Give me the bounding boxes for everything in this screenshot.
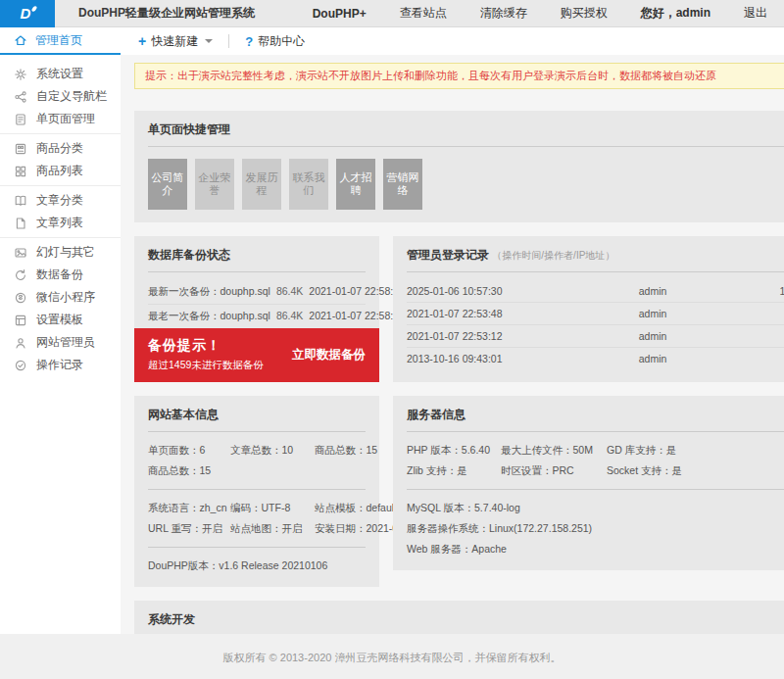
page-tile[interactable]: 企业荣誉 xyxy=(195,159,234,210)
web-server: Web 服务器：Apache xyxy=(407,539,784,559)
sidebar-item-label: 文章列表 xyxy=(36,215,83,231)
card-title: 数据库备份状态 xyxy=(148,247,366,264)
page-tile[interactable]: 公司简介 xyxy=(148,159,187,210)
sidebar-item-label: 微信小程序 xyxy=(36,289,95,306)
sidebar-item-custom-nav[interactable]: 自定义导航栏 xyxy=(0,85,121,108)
backup-now-button[interactable]: 立即数据备份 xyxy=(292,347,366,364)
douphp-logo[interactable]: D xyxy=(0,0,55,27)
copyright-footer: 版权所有 © 2013-2020 漳州豆壳网络科技有限公司，并保留所有权利。 xyxy=(0,634,784,679)
page-tile[interactable]: 营销网络 xyxy=(383,159,422,210)
site-stat: 商品总数：15 xyxy=(315,440,377,461)
sidebar-item-label: 幻灯与其它 xyxy=(36,244,95,261)
sidebar-item-label: 操作记录 xyxy=(36,357,83,373)
login-record-row: 2021-01-07 22:53:48 admin 127.0.0.1 xyxy=(407,302,784,324)
quick-create-button[interactable]: + 快速新建 xyxy=(138,33,213,50)
sidebar-item-product-list[interactable]: 商品列表 xyxy=(0,160,121,182)
login-user: admin xyxy=(607,330,700,342)
site-config: URL 重写：开启 xyxy=(148,518,224,539)
backup-row: 最老一次备份：douphp.sql 86.4K 2021-01-07 22:58… xyxy=(148,304,366,328)
toolbar-divider xyxy=(228,34,229,48)
nav-douphp-plus[interactable]: DouPHP+ xyxy=(296,0,383,26)
dev-info-card: 系统开发 DouPHP官网：http://www.douphp.com 使用手册… xyxy=(134,601,784,634)
nav-greeting: 您好，admin xyxy=(624,0,727,26)
sidebar-item-product-category[interactable]: 商品分类 xyxy=(0,137,121,160)
backup-label: 最新一次备份：douphp.sql xyxy=(148,285,270,299)
sidebar-item-label: 数据备份 xyxy=(36,267,83,283)
card-subtitle: （操作时间/操作者/IP地址） xyxy=(492,250,614,261)
toolbar: + 快速新建 ? 帮助中心 xyxy=(121,27,784,55)
sidebar-item-system-settings[interactable]: 系统设置 xyxy=(0,63,121,85)
help-center-label: 帮助中心 xyxy=(258,33,305,50)
site-config: 编码：UTF-8 xyxy=(230,498,309,518)
sidebar-item-logs[interactable]: 操作记录 xyxy=(0,354,121,376)
login-time: 2021-01-07 22:53:12 xyxy=(407,330,607,342)
sidebar-item-label: 单页面管理 xyxy=(36,111,95,127)
page-icon xyxy=(14,113,27,126)
miniprogram-icon xyxy=(14,291,27,305)
server-stat: Zlib 支持：是 xyxy=(407,461,495,481)
leaf-icon xyxy=(31,5,37,12)
server-os: 服务器操作系统：Linux(172.27.158.251) xyxy=(407,518,784,539)
app-title: DouPHP轻量级企业网站管理系统 xyxy=(78,5,255,22)
image-icon xyxy=(14,246,27,260)
nav-buy-license[interactable]: 购买授权 xyxy=(544,0,624,26)
card-title: 管理员登录记录 xyxy=(407,248,489,262)
login-ip: 127.0.0.1 xyxy=(700,353,784,364)
site-config: 系统语言：zh_cn xyxy=(148,498,224,518)
server-info-card: 服务器信息 PHP 版本：5.6.40 最大上传文件：50M GD 库支持：是 … xyxy=(393,396,784,570)
sidebar-item-miniprogram[interactable]: 微信小程序 xyxy=(0,286,121,309)
login-ip: 127.0.0.1 xyxy=(700,330,784,342)
login-ip: 139.202.143.8 xyxy=(700,285,784,297)
sidebar-item-page-manage[interactable]: 单页面管理 xyxy=(0,108,121,130)
backup-alert-desc: 超过1459未进行数据备份 xyxy=(148,359,292,372)
douphp-version: DouPHP版本：v1.6 Release 20210106 xyxy=(148,556,366,576)
sidebar-item-article-list[interactable]: 文章列表 xyxy=(0,212,121,234)
nav-clear-cache[interactable]: 清除缓存 xyxy=(464,0,544,26)
backup-alert-title: 备份提示！ xyxy=(148,337,292,355)
login-records-card: 管理员登录记录 （操作时间/操作者/IP地址） 2025-01-06 10:57… xyxy=(393,236,784,382)
site-stat: 单页面数：6 xyxy=(148,440,224,461)
sidebar: 管理首页 系统设置 自定义导航栏 单页面管理 商品分类 商品列表 xyxy=(0,27,121,634)
category-icon xyxy=(14,142,27,156)
sidebar-item-data-backup[interactable]: 数据备份 xyxy=(0,264,121,286)
refresh-icon xyxy=(14,268,27,282)
login-time: 2025-01-06 10:57:30 xyxy=(407,285,607,297)
server-stat: PHP 版本：5.6.40 xyxy=(407,440,495,461)
login-ip: 127.0.0.1 xyxy=(700,308,784,319)
nav-logout[interactable]: 退出 xyxy=(727,0,784,26)
demo-notice-banner: 提示：出于演示站完整性考虑，演示站不开放图片上传和删除功能，且每次有用户登录演示… xyxy=(134,63,784,89)
mysql-version: MySQL 版本：5.7.40-log xyxy=(407,498,784,518)
help-center-button[interactable]: ? 帮助中心 xyxy=(245,33,305,50)
login-time: 2013-10-16 09:43:01 xyxy=(407,353,607,364)
sidebar-item-label: 自定义导航栏 xyxy=(36,88,107,105)
sidebar-item-article-category[interactable]: 文章分类 xyxy=(0,189,121,212)
sidebar-item-template[interactable]: 设置模板 xyxy=(0,309,121,331)
book-icon xyxy=(14,194,27,208)
grid-icon xyxy=(14,165,27,178)
backup-label: 最老一次备份：douphp.sql xyxy=(148,310,270,323)
sidebar-item-label: 文章分类 xyxy=(36,192,83,209)
sidebar-divider xyxy=(0,185,121,186)
template-icon xyxy=(14,314,27,327)
server-stat: Socket 支持：是 xyxy=(607,461,784,481)
site-config: 站点地图：开启 xyxy=(230,518,309,539)
sidebar-item-label: 设置模板 xyxy=(36,312,83,328)
sidebar-item-slides[interactable]: 幻灯与其它 xyxy=(0,241,121,264)
login-record-row: 2013-10-16 09:43:01 admin 127.0.0.1 xyxy=(407,347,784,369)
server-stat: 最大上传文件：50M xyxy=(501,440,601,461)
check-circle-icon xyxy=(14,359,27,372)
server-stat: 时区设置：PRC xyxy=(501,461,601,481)
page-tile[interactable]: 发展历程 xyxy=(242,159,281,210)
sidebar-item-home[interactable]: 管理首页 xyxy=(0,27,121,55)
page-tile[interactable]: 人才招聘 xyxy=(336,159,375,210)
site-stat: 商品总数：15 xyxy=(148,461,224,481)
quick-pages-card: 单页面快捷管理 公司简介 企业荣誉 发展历程 联系我们 人才招聘 营销网络 xyxy=(134,111,784,222)
file-icon xyxy=(14,217,27,230)
sidebar-item-admin[interactable]: 网站管理员 xyxy=(0,331,121,354)
card-title: 服务器信息 xyxy=(407,407,784,423)
page-tile[interactable]: 联系我们 xyxy=(289,159,328,210)
site-stat: 文章总数：10 xyxy=(230,440,309,461)
backup-alert: 备份提示！ 超过1459未进行数据备份 立即数据备份 xyxy=(134,328,379,382)
nav-view-site[interactable]: 查看站点 xyxy=(383,0,464,26)
login-record-row: 2021-01-07 22:53:12 admin 127.0.0.1 xyxy=(407,324,784,347)
